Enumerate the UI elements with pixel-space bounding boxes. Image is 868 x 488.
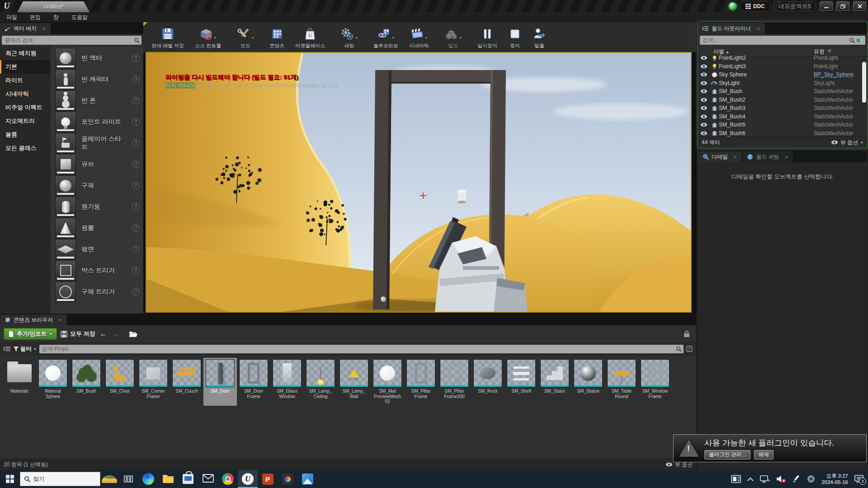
visibility-eye-icon[interactable]: [698, 114, 710, 119]
help-icon[interactable]: ?: [132, 75, 140, 83]
edge-taskbar-button[interactable]: [138, 470, 158, 488]
help-icon[interactable]: ?: [132, 245, 140, 253]
level-tab[interactable]: Untitled*: [17, 1, 90, 12]
photos-taskbar-button[interactable]: [297, 470, 317, 488]
filters-button[interactable]: 필터 ▼: [14, 345, 37, 353]
class-search-input[interactable]: [4, 37, 134, 44]
toolbar-settings-button[interactable]: ▼세팅: [335, 22, 363, 52]
add-filter-icon[interactable]: [857, 38, 863, 43]
actor-name[interactable]: SM_Bush4: [719, 113, 814, 120]
place-actor-item[interactable]: 구체?: [51, 175, 143, 196]
close-tab-icon[interactable]: ✕: [733, 155, 737, 160]
visibility-eye-icon[interactable]: [698, 56, 710, 60]
menu-2[interactable]: 창: [47, 12, 65, 22]
back-button[interactable]: ←: [99, 330, 108, 338]
powerpoint-taskbar-button[interactable]: P: [258, 470, 278, 488]
epic-games-taskbar-button[interactable]: [278, 470, 297, 488]
toolbar-content-button[interactable]: 콘텐츠: [264, 22, 290, 52]
dismiss-button[interactable]: 해제: [754, 450, 774, 460]
close-tab-icon[interactable]: ✕: [58, 318, 62, 323]
help-icon[interactable]: ?: [132, 97, 140, 104]
help-icon[interactable]: ?: [132, 160, 140, 168]
chevron-down-icon[interactable]: ▼: [355, 36, 358, 39]
toolbar-marketplace-button[interactable]: U마켓플레이스: [290, 22, 330, 52]
viewport[interactable]: 라이팅을 다시 빌드해야 합니다 (빌드 필요: 91개) 아직 아니다시지를 …: [146, 52, 692, 313]
asset-tile[interactable]: SM_Door: [203, 358, 237, 406]
manage-plugins-button[interactable]: 플러그인 관리...: [704, 450, 750, 460]
outliner-row[interactable]: SM_Bush5StaticMeshActor: [698, 121, 867, 129]
lock-icon[interactable]: [684, 330, 690, 338]
actor-name[interactable]: PointLight2: [719, 55, 814, 61]
menu-1[interactable]: 편집: [24, 12, 47, 22]
visibility-eye-icon[interactable]: [698, 64, 710, 69]
pen-icon[interactable]: [793, 475, 801, 483]
category-1[interactable]: 기본: [0, 60, 51, 74]
actor-name[interactable]: SM_Bush6: [719, 130, 814, 136]
toolbar-modes-button[interactable]: ▼모드: [231, 22, 259, 52]
place-actor-item[interactable]: 포인트 라이트?: [51, 111, 143, 132]
close-button[interactable]: [853, 1, 866, 11]
tab-world-settings[interactable]: 월드 세팅 ✕: [742, 151, 793, 162]
chevron-down-icon[interactable]: ▼: [425, 36, 428, 39]
help-icon[interactable]: ?: [132, 288, 140, 296]
meet-now-icon[interactable]: [807, 475, 815, 483]
toolbar-save-button[interactable]: 현재 레벨 저장: [146, 22, 189, 52]
unreal-taskbar-button[interactable]: U: [238, 470, 258, 488]
visibility-eye-icon[interactable]: [698, 89, 710, 94]
place-actor-item[interactable]: 박스 트리거?: [51, 260, 143, 281]
asset-folder[interactable]: Materials: [3, 358, 36, 406]
close-tab-icon[interactable]: ✕: [785, 155, 788, 160]
help-icon[interactable]: ?: [132, 182, 140, 189]
toolbar-pause-button[interactable]: 일시정지: [472, 22, 503, 52]
store-taskbar-button[interactable]: [178, 470, 198, 488]
start-button[interactable]: [0, 470, 20, 488]
place-actor-item[interactable]: 원기둥?: [51, 196, 143, 217]
outliner-search-box[interactable]: [700, 36, 865, 45]
actor-name[interactable]: Sky Sphere: [719, 71, 814, 78]
category-6[interactable]: 볼륨: [0, 128, 51, 141]
taskbar-clock[interactable]: 오후 3:272024-05-16: [821, 473, 848, 485]
visibility-eye-icon[interactable]: [698, 131, 710, 136]
restore-button[interactable]: [836, 1, 849, 11]
actor-type-link[interactable]: BP_Sky_Sphere: [814, 71, 867, 78]
help-icon[interactable]: ?: [132, 54, 140, 62]
type-filter-icon[interactable]: [827, 50, 832, 53]
category-3[interactable]: 시네마틱: [0, 87, 51, 101]
chevron-down-icon[interactable]: ▼: [392, 36, 395, 39]
asset-tile[interactable]: SM_Door Frame: [237, 358, 270, 406]
asset-tile[interactable]: SM_Chair: [103, 358, 137, 406]
add-import-button[interactable]: 추가/임포트 ▼: [4, 328, 57, 340]
toolbar-eject-button[interactable]: 탈출: [527, 22, 552, 52]
asset-tile[interactable]: SM_Rock: [471, 358, 505, 406]
asset-search-box[interactable]: [39, 345, 684, 353]
tab-place-actors[interactable]: 액터 배치 ✕: [0, 23, 51, 34]
outliner-row[interactable]: SM_Bush4StaticMeshActor: [698, 113, 867, 121]
sources-toggle-icon[interactable]: [4, 346, 11, 352]
asset-tile[interactable]: SM_Window Frame: [638, 358, 672, 406]
toolbar-build-button[interactable]: ▼빌드: [439, 22, 467, 52]
visibility-eye-icon[interactable]: [698, 106, 710, 110]
chevron-up-icon[interactable]: [747, 477, 754, 481]
minimize-button[interactable]: [820, 1, 833, 11]
asset-tile[interactable]: SM_Corner Frame: [137, 358, 170, 406]
asset-search-input[interactable]: [41, 345, 676, 352]
actor-name[interactable]: PointLight3: [719, 63, 814, 70]
class-search-box[interactable]: [2, 36, 142, 45]
file-explorer-taskbar-button[interactable]: [158, 470, 178, 488]
asset-tile[interactable]: SM_Glass Window: [270, 358, 304, 406]
place-actor-item[interactable]: 원뿔?: [51, 217, 143, 239]
mail-taskbar-button[interactable]: [198, 470, 218, 488]
close-tab-icon[interactable]: ✕: [42, 26, 46, 31]
actor-name[interactable]: SM_Bush5: [719, 122, 814, 128]
tab-details[interactable]: i 디테일 ✕: [698, 151, 741, 162]
asset-tile[interactable]: SM_Pillar Frame300: [438, 358, 471, 406]
chrome-taskbar-button[interactable]: [218, 470, 238, 488]
menu-3[interactable]: 도움말: [65, 12, 94, 22]
help-icon[interactable]: ?: [132, 203, 140, 211]
toolbar-cinematics-button[interactable]: ▼시네마틱: [404, 22, 434, 52]
toolbar-stop-button[interactable]: 중지: [503, 22, 527, 52]
place-actor-item[interactable]: 빈 액터?: [51, 47, 143, 69]
outliner-row[interactable]: PointLight2PointLight: [698, 54, 867, 62]
outliner-row[interactable]: SM_Bush3StaticMeshActor: [698, 104, 867, 113]
category-0[interactable]: 최근 배치됨: [0, 47, 51, 60]
